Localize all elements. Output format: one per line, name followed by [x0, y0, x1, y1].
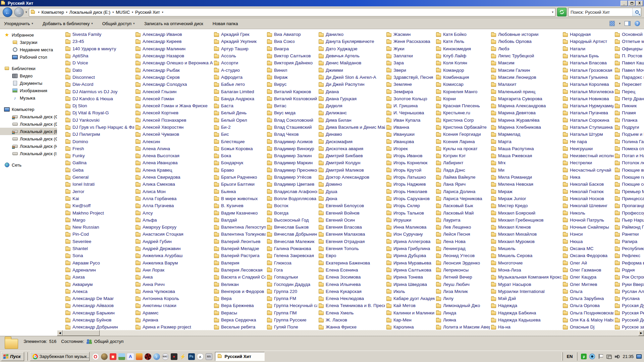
sidebar-item-видео[interactable]: Видео [0, 72, 57, 79]
folder-item[interactable]: Виагра [267, 45, 317, 52]
folder-item[interactable]: Нэнси [563, 231, 613, 238]
folder-item[interactable]: Несчастный случай [563, 167, 613, 174]
folder-item[interactable]: Наталья Гулькина [563, 74, 613, 81]
folder-item[interactable]: Алексин [136, 138, 213, 145]
folder-item[interactable]: Алла Горбачева [136, 195, 213, 202]
folder-item[interactable]: Любовь Орлова [491, 38, 561, 45]
folder-item[interactable]: Кабаре дуэт Академия [386, 295, 435, 302]
folder-item[interactable]: Алексей Чумаков [136, 131, 213, 138]
folder-item[interactable]: Елена Кукарская [319, 288, 385, 295]
preview-pane-icon[interactable] [625, 21, 631, 26]
folder-item[interactable]: Катя Бойко [436, 31, 490, 38]
folder-item[interactable]: Народная [563, 31, 613, 38]
folder-item[interactable]: Александр Киреев [136, 38, 213, 45]
folder-item[interactable]: Веселые ребята [214, 323, 266, 330]
eac-quicklaunch-icon[interactable]: EAC [162, 353, 169, 360]
folder-item[interactable]: Ленинград [436, 245, 490, 252]
folder-item[interactable]: Гопацульки [267, 274, 317, 281]
folder-item[interactable]: Подъем и Кари [615, 131, 644, 138]
back-button[interactable]: ← [3, 7, 12, 17]
folder-item[interactable]: Иванна [386, 124, 435, 131]
folder-item[interactable]: Русская Речь [615, 309, 644, 316]
folder-item[interactable]: Малахит [491, 81, 561, 88]
folder-item[interactable]: Принцесса [615, 195, 644, 202]
folder-item[interactable]: Земфира [386, 88, 435, 95]
folder-item[interactable]: Александр Айвазов [65, 302, 134, 309]
folder-item[interactable]: Кристина Орбакайте [436, 124, 490, 131]
folder-item[interactable]: 5ivesta Family [65, 31, 134, 38]
folder-item[interactable]: Группа Русские [267, 316, 317, 323]
folder-item[interactable]: Дато Худжадзе [319, 45, 385, 52]
folder-item[interactable]: Лолита и Максим Аверин [436, 323, 490, 330]
utorrent-tray-icon[interactable]: µ [581, 354, 587, 359]
folder-item[interactable]: Лаурита [436, 217, 490, 224]
folder-item[interactable]: Девичья Артель [319, 52, 385, 59]
folder-item[interactable]: Лана Ярич [436, 181, 490, 188]
folder-item[interactable]: Gallina [65, 159, 134, 166]
folder-item[interactable]: Душа [319, 188, 385, 195]
folder-item[interactable]: Ион Суручану [386, 231, 435, 238]
folder-item[interactable]: Игорь Николаев [386, 188, 435, 195]
folder-item[interactable]: Валерия [214, 259, 266, 266]
folder-item[interactable]: Альфа [136, 217, 213, 224]
folder-item[interactable]: Алла Пугачева [136, 202, 213, 209]
folder-item[interactable]: Игорь Латышко [386, 174, 435, 181]
breadcrumb-chevron-icon[interactable]: ▾ [132, 11, 133, 14]
folder-item[interactable]: Катя Лель [436, 38, 490, 45]
folder-item[interactable]: Ольга Орлова [563, 302, 613, 309]
folder-item[interactable]: DJ Грув vs Пьер Нарцис & Фактор-2 [65, 124, 134, 131]
nav-history-dropdown-icon[interactable]: ▾ [25, 10, 27, 14]
folder-item[interactable]: Виктория Дайнеко [267, 59, 317, 66]
clock[interactable]: 21:35 [623, 354, 634, 359]
sidebar-item-локальный-диск-h-[interactable]: Локальный диск (H:) [0, 142, 57, 150]
folder-item[interactable]: Надежда [491, 302, 561, 309]
folder-item[interactable]: Вера [214, 295, 266, 302]
folder-item[interactable]: Руки Вверх [615, 281, 644, 288]
network-tray-icon[interactable] [606, 354, 612, 359]
folder-item[interactable]: Аквариум [65, 281, 134, 288]
folder-item[interactable]: Земляне [386, 81, 435, 88]
folder-item[interactable]: Игрушки [386, 217, 435, 224]
folder-item[interactable]: Мишель Серова [491, 252, 561, 259]
folder-item[interactable]: Алика Смехова [136, 181, 213, 188]
folder-item[interactable]: Премьер Мини [615, 188, 644, 195]
folder-item[interactable]: Рефлекс [615, 252, 644, 259]
folder-item[interactable]: Рок Острова [615, 274, 644, 281]
folder-item[interactable]: DJ Alarmius vs DJ Joy [65, 88, 134, 95]
address-dropdown-icon[interactable]: ▾ [552, 10, 553, 14]
folder-item[interactable]: Игорек [386, 145, 435, 152]
folder-item[interactable]: Афродита [214, 74, 266, 81]
sidebar-item-избранное[interactable]: ★Избранное [0, 31, 57, 39]
action-center-flag-icon[interactable] [598, 354, 603, 359]
folder-item[interactable]: Арина и Размер project [136, 323, 213, 330]
folder-item[interactable]: Jerror [65, 188, 134, 195]
folder-item[interactable]: Русское застол [615, 323, 644, 330]
folder-item[interactable]: Крестьяне.ru [436, 109, 490, 116]
folder-item[interactable]: Ани Лорак [136, 266, 213, 274]
folder-item[interactable]: Михаил Михайлов [491, 231, 561, 238]
folder-item[interactable]: Куклы на прокат [436, 145, 490, 152]
folder-item[interactable]: Валерия Лесовская [214, 266, 266, 274]
folder-item[interactable]: Денис Майданов [319, 59, 385, 66]
folder-item[interactable]: Антонина Король [136, 295, 213, 302]
folder-item[interactable]: Натали [563, 45, 613, 52]
folder-item[interactable]: Dato [65, 66, 134, 73]
folder-item[interactable]: Наталья Бунь [563, 52, 613, 59]
folder-item[interactable]: Кинокомедия [436, 45, 490, 52]
folder-item[interactable]: Гога [267, 266, 317, 274]
folder-item[interactable]: Ionel Istrati [65, 181, 134, 188]
folder-item[interactable]: Pin-Cod [65, 231, 134, 238]
folder-item[interactable]: Kai [65, 195, 134, 202]
folder-item[interactable]: Маленький принц [491, 88, 561, 95]
folder-item[interactable]: Золотое Кольцо [386, 95, 435, 102]
folder-item[interactable]: Ассоль [214, 52, 266, 59]
sidebar-item-документы[interactable]: Документы [0, 79, 57, 87]
folder-item[interactable]: Белый Орел [214, 117, 266, 124]
folder-item[interactable]: Мгк [491, 159, 561, 166]
folder-item[interactable]: Вкус меда [267, 109, 317, 116]
sidebar-item-локальный-диск-e-[interactable]: Локальный диск (E:) [0, 128, 57, 135]
folder-item[interactable]: Алсу [136, 209, 213, 216]
folder-item[interactable]: Makhno Project [65, 209, 134, 216]
folder-item[interactable]: Республика [615, 245, 644, 252]
folder-item[interactable]: Игорь Тальков [386, 209, 435, 216]
